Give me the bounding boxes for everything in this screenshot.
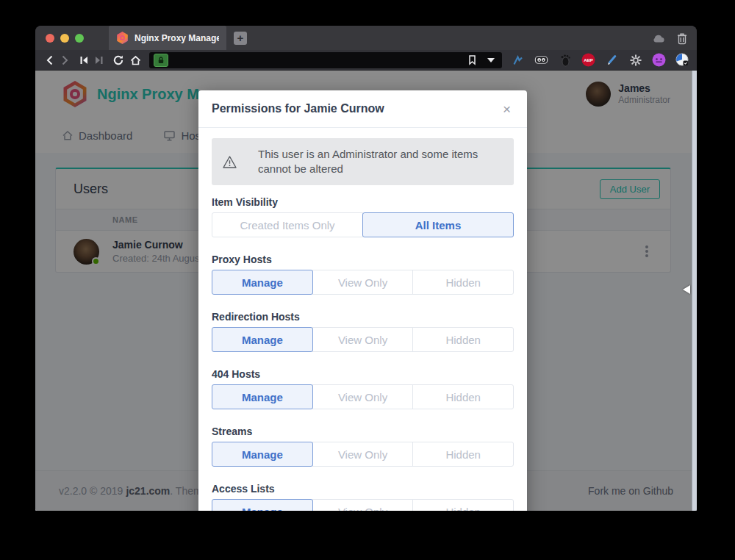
url-bar[interactable]: [149, 52, 502, 68]
streams-view-only[interactable]: View Only: [312, 442, 414, 467]
extension-gear-icon[interactable]: [628, 53, 642, 67]
close-window-button[interactable]: [46, 34, 54, 43]
section-label-item-visibility: Item Visibility: [212, 196, 514, 209]
404-hosts-view-only[interactable]: View Only: [312, 384, 414, 409]
section-label-proxy-hosts: Proxy Hosts: [212, 254, 514, 266]
segmented-redirection-hosts: Manage View Only Hidden: [212, 327, 514, 352]
window-controls: [46, 34, 84, 43]
cloud-icon[interactable]: [651, 32, 666, 44]
extension-blue-lines-icon[interactable]: [511, 53, 525, 67]
browser-tab-bar: Nginx Proxy Manager +: [35, 26, 697, 50]
redirection-hosts-hidden[interactable]: Hidden: [412, 327, 514, 352]
404-hosts-manage[interactable]: Manage: [212, 384, 313, 409]
svg-text:ABP: ABP: [584, 58, 593, 62]
permissions-modal: Permissions for Jamie Curnow × This user…: [198, 90, 527, 511]
segmented-proxy-hosts: Manage View Only Hidden: [212, 270, 514, 295]
home-icon[interactable]: [129, 52, 143, 68]
segmented-streams: Manage View Only Hidden: [212, 442, 514, 467]
forward-icon[interactable]: [57, 52, 72, 68]
segmented-access-lists: Manage View Only Hidden: [212, 499, 514, 511]
segmented-404-hosts: Manage View Only Hidden: [212, 384, 514, 409]
warning-triangle-icon: [222, 155, 237, 169]
access-lists-hidden[interactable]: Hidden: [412, 499, 514, 511]
alert-text: This user is an Administrator and some i…: [258, 147, 503, 176]
minimize-window-button[interactable]: [60, 34, 69, 43]
modal-body: This user is an Administrator and some i…: [198, 128, 527, 511]
proxy-hosts-manage[interactable]: Manage: [212, 270, 313, 295]
skip-back-icon[interactable]: [76, 52, 91, 68]
extension-abp-icon[interactable]: ABP: [581, 53, 595, 67]
browser-viewport: Nginx Proxy Manager James Administrator: [35, 71, 697, 511]
access-lists-view-only[interactable]: View Only: [312, 499, 414, 511]
extension-pen-icon[interactable]: [605, 53, 619, 67]
extension-goggles-icon[interactable]: [534, 53, 548, 67]
streams-manage[interactable]: Manage: [212, 442, 313, 467]
modal-title: Permissions for Jamie Curnow: [212, 102, 384, 115]
access-lists-manage[interactable]: Manage: [212, 499, 313, 511]
proxy-hosts-hidden[interactable]: Hidden: [412, 270, 514, 295]
404-hosts-hidden[interactable]: Hidden: [412, 384, 514, 409]
npm-favicon-icon: [116, 32, 129, 44]
section-label-404-hosts: 404 Hosts: [212, 368, 514, 381]
extension-foot-icon[interactable]: [558, 53, 572, 67]
extension-purple-circle-icon[interactable]: [652, 53, 666, 67]
modal-close-icon[interactable]: ×: [500, 101, 514, 118]
trash-icon[interactable]: [676, 32, 688, 45]
section-label-streams: Streams: [212, 426, 514, 438]
reload-icon[interactable]: [111, 52, 126, 68]
section-label-access-lists: Access Lists: [212, 483, 514, 495]
bookmark-caret-icon[interactable]: [487, 58, 495, 62]
streams-hidden[interactable]: Hidden: [412, 442, 514, 467]
new-tab-button[interactable]: +: [234, 32, 247, 45]
maximize-window-button[interactable]: [75, 34, 84, 43]
redirection-hosts-manage[interactable]: Manage: [212, 327, 313, 352]
redirection-hosts-view-only[interactable]: View Only: [312, 327, 414, 352]
https-lock-icon[interactable]: [154, 54, 168, 67]
section-label-redirection-hosts: Redirection Hosts: [212, 311, 514, 323]
mouse-cursor: [683, 285, 690, 294]
back-icon[interactable]: [43, 52, 57, 68]
browser-scrollbar[interactable]: [692, 71, 697, 511]
tab-title: Nginx Proxy Manager: [135, 33, 219, 43]
browser-tab[interactable]: Nginx Proxy Manager: [109, 26, 226, 50]
modal-header: Permissions for Jamie Curnow ×: [198, 90, 527, 128]
admin-warning-alert: This user is an Administrator and some i…: [212, 138, 514, 185]
browser-window: Nginx Proxy Manager +: [35, 26, 697, 511]
option-all-items[interactable]: All Items: [362, 212, 514, 237]
proxy-hosts-view-only[interactable]: View Only: [312, 270, 414, 295]
screenshot-stage: Nginx Proxy Manager +: [0, 0, 735, 560]
browser-toolbar: ABP: [35, 50, 697, 71]
bookmark-icon[interactable]: [467, 54, 477, 65]
segmented-item-visibility: Created Items Only All Items: [212, 212, 514, 237]
extension-buttons: ABP: [511, 53, 689, 67]
extension-pie-clock-icon[interactable]: [675, 53, 689, 67]
option-created-items-only[interactable]: Created Items Only: [212, 212, 363, 237]
skip-forward-icon[interactable]: [92, 52, 107, 68]
